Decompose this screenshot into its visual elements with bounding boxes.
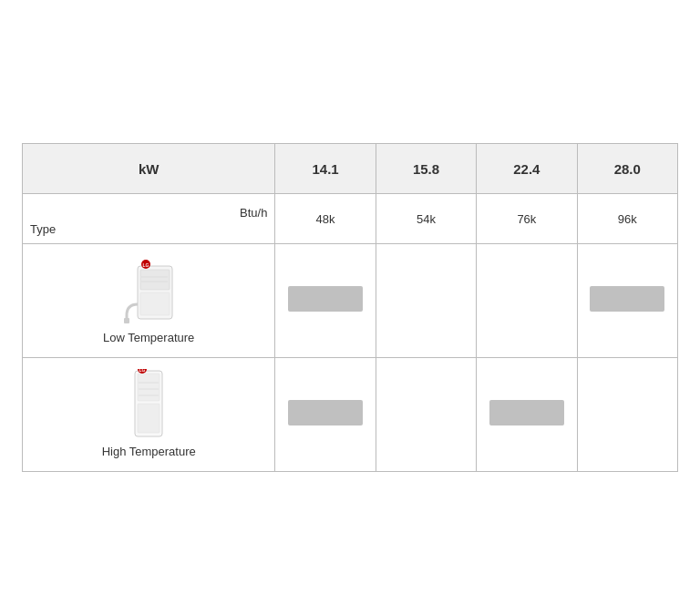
high-temp-bar-3 xyxy=(489,400,564,425)
type-row: Btu/h Type 48k 54k 76k 96k xyxy=(23,194,678,244)
svg-text:LG: LG xyxy=(142,262,149,268)
svg-rect-2 xyxy=(140,292,170,315)
high-temp-col2 xyxy=(376,358,476,472)
kw-header: kW xyxy=(23,144,275,194)
high-temp-product-inner: LG High Temperature xyxy=(28,371,269,458)
col-header-1: 14.1 xyxy=(275,144,376,194)
btuh-label: Btu/h xyxy=(30,205,267,221)
type-label: Type xyxy=(30,221,267,238)
col-header-2: 15.8 xyxy=(376,144,476,194)
svg-rect-1 xyxy=(140,270,170,290)
high-temp-row: LG High Temperature xyxy=(23,358,678,472)
low-temp-name: Low Temperature xyxy=(103,331,194,344)
btuh-val-4: 96k xyxy=(577,194,677,244)
high-temp-col3 xyxy=(477,358,577,472)
svg-rect-10 xyxy=(138,404,160,433)
btuh-val-1: 48k xyxy=(275,194,376,244)
low-temp-unit-image: LG xyxy=(117,257,180,325)
high-temp-name: High Temperature xyxy=(102,445,196,458)
high-temp-bar-1 xyxy=(288,400,363,425)
high-temp-col4 xyxy=(577,358,677,472)
header-row: kW 14.1 15.8 22.4 28.0 xyxy=(23,144,678,194)
low-temp-col4 xyxy=(577,244,677,358)
btuh-val-2: 54k xyxy=(376,194,476,244)
high-temp-label-cell: LG High Temperature xyxy=(23,358,275,472)
svg-text:LG: LG xyxy=(139,369,146,373)
type-label-cell: Btu/h Type xyxy=(23,194,275,244)
high-temp-col1 xyxy=(275,358,376,472)
product-table-wrapper: kW 14.1 15.8 22.4 28.0 Btu/h Type 48k 54… xyxy=(22,143,678,472)
col-header-3: 22.4 xyxy=(477,144,577,194)
svg-rect-9 xyxy=(138,374,160,401)
low-temp-col2 xyxy=(376,244,476,358)
low-temp-col3 xyxy=(477,244,577,358)
low-temp-bar-4 xyxy=(590,286,664,312)
low-temp-row: LG Low Temperature xyxy=(23,244,678,358)
low-temp-product-inner: LG Low Temperature xyxy=(28,257,269,344)
low-temp-unit-svg: LG xyxy=(119,259,179,324)
low-temp-col1 xyxy=(275,244,376,358)
low-temp-bar-1 xyxy=(288,286,363,312)
high-temp-unit-image: LG xyxy=(117,371,180,439)
col-header-4: 28.0 xyxy=(577,144,677,194)
product-comparison-table: kW 14.1 15.8 22.4 28.0 Btu/h Type 48k 54… xyxy=(22,143,678,472)
svg-rect-5 xyxy=(124,318,129,323)
btuh-val-3: 76k xyxy=(477,194,577,244)
high-temp-unit-svg: LG xyxy=(126,369,171,442)
low-temp-label-cell: LG Low Temperature xyxy=(23,244,275,358)
